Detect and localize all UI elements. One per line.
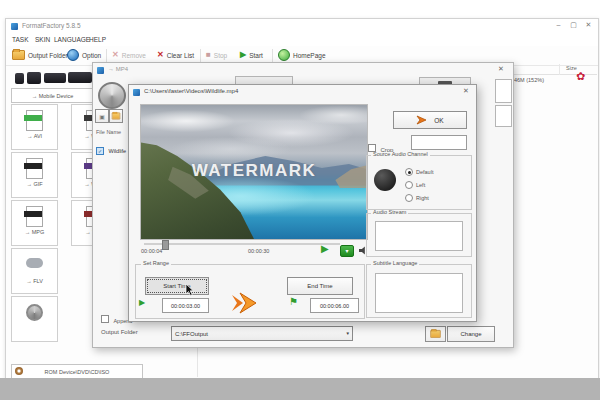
avi-file-icon	[26, 110, 43, 131]
audio-stream-listbox[interactable]	[375, 221, 463, 251]
file-checkbox[interactable]: ✓	[96, 147, 104, 155]
sidebar-item-mpg[interactable]: → MPG	[11, 200, 58, 246]
clear-list-icon: ✕	[157, 51, 164, 59]
format-swirl-icon	[26, 304, 43, 321]
file-name-header: File Name	[96, 129, 121, 135]
clip-dialog: C:\Users\faster\Videos\Wildlife.mp4 ✕ WA…	[128, 84, 477, 322]
add-folder-button-fragment[interactable]	[495, 105, 512, 127]
homepage-button[interactable]: HomePage	[278, 48, 326, 62]
close-icon[interactable]: ✕	[463, 87, 469, 95]
change-button[interactable]: Change	[447, 326, 495, 342]
start-button[interactable]: ▶ Start	[240, 48, 263, 62]
tasklist-row-size[interactable]: 46M (152%)	[514, 77, 544, 83]
tasklist-column-divider	[559, 64, 560, 75]
homepage-globe-icon	[278, 49, 290, 61]
snapshot-button[interactable]: ▾	[340, 245, 354, 257]
start-icon: ▶	[240, 51, 246, 59]
play-button[interactable]: ▶	[321, 243, 329, 254]
radio-icon[interactable]	[405, 181, 413, 189]
radio-left[interactable]: Left	[405, 181, 425, 189]
app-logo-icon	[11, 23, 18, 30]
set-range-label: Set Range	[141, 261, 171, 267]
screenshot-stage: FormatFactory 5.8.5 – ▢ ✕ TASK SKIN LANG…	[0, 0, 600, 400]
menu-skin[interactable]: SKIN	[35, 36, 50, 43]
mouse-cursor-icon	[185, 284, 195, 296]
sidebar-item-format[interactable]	[11, 296, 58, 342]
sidebar-item-gif[interactable]: → GIF	[11, 152, 58, 198]
file-item-label: Wildlife	[108, 148, 126, 154]
sidebar-item-flv[interactable]: → FLV	[11, 248, 58, 294]
ok-arrow-icon	[416, 115, 428, 125]
stop-icon: ■	[206, 51, 211, 59]
rose-status-icon: ✿	[576, 70, 585, 83]
append-checkbox[interactable]	[101, 315, 109, 323]
watermark-text: WATERMARK	[141, 161, 367, 181]
folder-icon	[12, 50, 25, 60]
radio-right[interactable]: Right	[405, 194, 429, 202]
audio-stream-label: Audio Stream	[371, 210, 408, 216]
set-end-flag-icon[interactable]: ⚑	[289, 296, 298, 307]
bottom-gray-band	[0, 378, 600, 400]
toolbar-separator	[272, 49, 273, 63]
output-folder-button[interactable]: Output Folder	[12, 48, 68, 62]
audio-knob-icon	[374, 169, 396, 191]
crop-value-field[interactable]	[411, 135, 467, 150]
clip-dialog-title: C:\Users\faster\Videos\Wildlife.mp4	[144, 88, 238, 94]
ok-button[interactable]: OK	[393, 111, 467, 129]
menu-bar: TASK SKIN LANGUAGE HELP	[6, 33, 598, 46]
close-icon[interactable]: ✕	[498, 65, 504, 73]
file-list-item[interactable]: ✓ Wildlife	[96, 139, 126, 157]
source-audio-label: Source Audio Channel	[371, 152, 430, 158]
current-time: 00:00:04	[141, 248, 162, 254]
subtitle-label: Subtitle Language	[371, 261, 419, 267]
sidebar-item-rom-device[interactable]: ROM Device\DVD\CD\ISO	[11, 364, 143, 379]
mpg-file-icon	[26, 206, 43, 227]
device-tablet-icon	[44, 73, 66, 83]
end-time-button[interactable]: End Time	[287, 277, 353, 295]
chevron-down-icon: ▼	[346, 331, 350, 336]
menu-help[interactable]: HELP	[89, 36, 106, 43]
video-preview[interactable]: WATERMARK	[140, 104, 368, 240]
remove-button[interactable]: ✕ Remove	[112, 48, 146, 62]
sidebar-item-mobile-device[interactable]: → Mobile Device	[11, 88, 94, 103]
seek-slider-thumb[interactable]	[162, 240, 169, 250]
format-dialog-title: → MP4	[108, 66, 128, 72]
set-start-icon[interactable]: ▶	[139, 298, 145, 307]
window-title: FormatFactory 5.8.5	[22, 22, 81, 29]
sidebar-item-avi[interactable]: → AVI	[11, 104, 58, 150]
output-folder-combobox[interactable]: C:\FFOutput ▼	[171, 326, 353, 341]
option-button[interactable]: Option	[67, 48, 101, 62]
browse-folder-button[interactable]	[425, 326, 446, 342]
formatfactory-logo-icon	[98, 82, 126, 109]
toolbar-separator	[200, 49, 201, 63]
end-time-field[interactable]: 00:00:06.00	[310, 298, 359, 313]
subtitle-listbox[interactable]	[375, 273, 463, 313]
menu-task[interactable]: TASK	[12, 36, 29, 43]
start-time-button[interactable]: Start Time	[145, 277, 209, 295]
folder-icon	[430, 330, 440, 338]
device-phone-icon	[27, 72, 41, 84]
add-file-button-fragment[interactable]	[495, 79, 512, 103]
dialog-icon	[97, 67, 104, 74]
disc-icon	[15, 367, 23, 375]
radio-default[interactable]: Default	[405, 168, 433, 176]
remove-icon: ✕	[112, 51, 119, 59]
minimize-button[interactable]: –	[552, 21, 565, 28]
main-titlebar: FormatFactory 5.8.5 – ▢ ✕	[6, 19, 598, 33]
device-phone-icon	[15, 73, 24, 84]
clear-list-button[interactable]: ✕ Clear List	[157, 48, 194, 62]
start-time-field[interactable]: 00:00:03.00	[162, 298, 209, 313]
menu-language[interactable]: LANGUAGE	[54, 36, 90, 43]
radio-icon[interactable]	[405, 194, 413, 202]
seek-slider-track[interactable]	[144, 243, 340, 245]
add-folder-small-button[interactable]	[109, 109, 123, 123]
add-file-small-button[interactable]: ▣	[95, 109, 109, 123]
radio-icon[interactable]	[405, 168, 413, 176]
range-arrow-icon	[229, 291, 259, 315]
gif-file-icon	[26, 158, 43, 179]
flv-cloud-icon	[26, 258, 43, 268]
maximize-button[interactable]: ▢	[567, 21, 580, 29]
stop-button[interactable]: ■ Stop	[206, 48, 227, 62]
option-gear-icon	[67, 49, 79, 61]
close-button[interactable]: ✕	[582, 21, 595, 29]
